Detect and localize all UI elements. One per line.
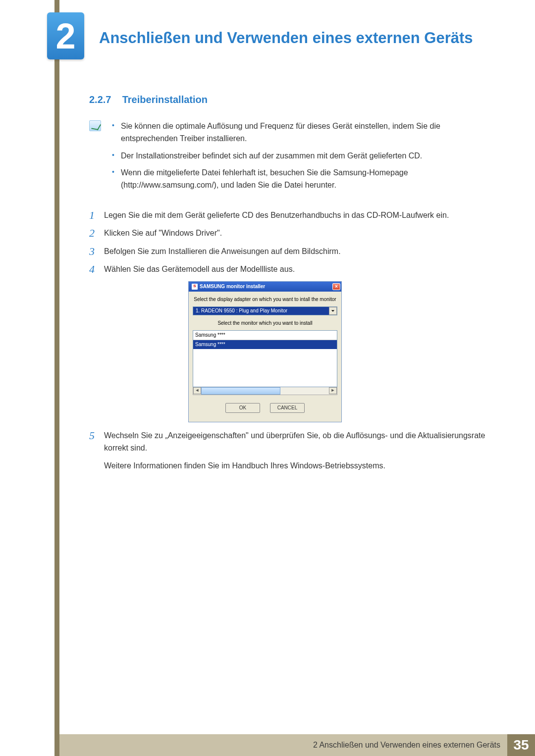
monitor-listbox[interactable]: Samsung **** Samsung **** <box>193 330 337 387</box>
note-block: Sie können die optimale Auflösung und Fr… <box>89 120 485 197</box>
note-item: Sie können die optimale Auflösung und Fr… <box>110 120 485 145</box>
scroll-right-icon[interactable]: ► <box>329 387 337 394</box>
app-icon: S <box>192 284 198 290</box>
note-item: Der Installationstreiber befindet sich a… <box>110 150 485 162</box>
chevron-down-icon[interactable] <box>329 307 337 315</box>
scroll-left-icon[interactable]: ◄ <box>193 387 201 394</box>
step-number: 1 <box>89 209 97 222</box>
note-item: Wenn die mitgelieferte Datei fehlerhaft … <box>110 167 485 192</box>
page-number: 35 <box>507 734 535 756</box>
dialog-titlebar: S SAMSUNG monitor installer × <box>189 282 341 292</box>
step-text: Klicken Sie auf "Windows Driver". <box>104 227 485 240</box>
page-content: 2.2.7 Treiberinstallation Sie können die… <box>89 94 485 482</box>
step-number: 3 <box>89 245 97 258</box>
step: 5 Wechseln Sie zu „Anzeigeeigenschaften"… <box>89 429 485 477</box>
step-number: 5 <box>89 429 97 442</box>
dialog-title: SAMSUNG monitor installer <box>200 283 265 291</box>
installer-dialog: S SAMSUNG monitor installer × Select the… <box>188 281 342 422</box>
adapter-dropdown-value: 1. RADEON 9550 : Plug and Play Monitor <box>193 307 329 315</box>
step: 1 Legen Sie die mit dem Gerät gelieferte… <box>89 209 485 222</box>
monitor-label: Select the monitor which you want to ins… <box>193 319 337 327</box>
step: 2 Klicken Sie auf "Windows Driver". <box>89 227 485 240</box>
step: 4 Wählen Sie das Gerätemodell aus der Mo… <box>89 263 485 276</box>
cancel-button[interactable]: CANCEL <box>270 403 305 413</box>
scroll-thumb[interactable] <box>201 387 280 395</box>
adapter-label: Select the display adapter on which you … <box>193 296 337 303</box>
scroll-track[interactable] <box>201 387 329 395</box>
chapter-header: Anschließen und Verwenden eines externen… <box>59 15 535 62</box>
dialog-buttons: OK CANCEL <box>193 400 337 418</box>
list-item-selected[interactable]: Samsung **** <box>193 340 337 349</box>
footer-chapter-text: 2 Anschließen und Verwenden eines extern… <box>59 734 507 756</box>
section-number: 2.2.7 <box>89 94 111 105</box>
section-heading: 2.2.7 Treiberinstallation <box>89 94 485 105</box>
adapter-dropdown[interactable]: 1. RADEON 9550 : Plug and Play Monitor <box>193 306 337 315</box>
step-text-line: Weitere Informationen finden Sie im Hand… <box>104 459 485 472</box>
step-text: Wechseln Sie zu „Anzeigeeigenschaften" u… <box>104 429 485 477</box>
close-button[interactable]: × <box>332 283 340 290</box>
step-text-line: Wechseln Sie zu „Anzeigeeigenschaften" u… <box>104 429 485 454</box>
chapter-title: Anschließen und Verwenden eines externen… <box>99 29 473 48</box>
steps-list: 1 Legen Sie die mit dem Gerät gelieferte… <box>89 209 485 477</box>
ok-button[interactable]: OK <box>225 403 260 413</box>
installer-dialog-screenshot: S SAMSUNG monitor installer × Select the… <box>188 281 485 422</box>
step-text: Wählen Sie das Gerätemodell aus der Mode… <box>104 263 485 276</box>
dialog-body: Select the display adapter on which you … <box>189 292 341 422</box>
step-number: 4 <box>89 263 97 276</box>
step-number: 2 <box>89 227 97 240</box>
step-text: Befolgen Sie zum Installieren die Anweis… <box>104 245 485 258</box>
step-text: Legen Sie die mit dem Gerät gelieferte C… <box>104 209 485 222</box>
footer-stripe-left <box>54 734 59 756</box>
horizontal-scrollbar[interactable]: ◄ ► <box>193 387 337 395</box>
note-icon <box>89 120 101 131</box>
step: 3 Befolgen Sie zum Installieren die Anwe… <box>89 245 485 258</box>
note-list: Sie können die optimale Auflösung und Fr… <box>110 120 485 197</box>
side-stripe <box>54 0 59 756</box>
page-footer: 2 Anschließen und Verwenden eines extern… <box>54 734 535 756</box>
list-item[interactable]: Samsung **** <box>193 331 337 340</box>
section-title: Treiberinstallation <box>122 94 208 105</box>
